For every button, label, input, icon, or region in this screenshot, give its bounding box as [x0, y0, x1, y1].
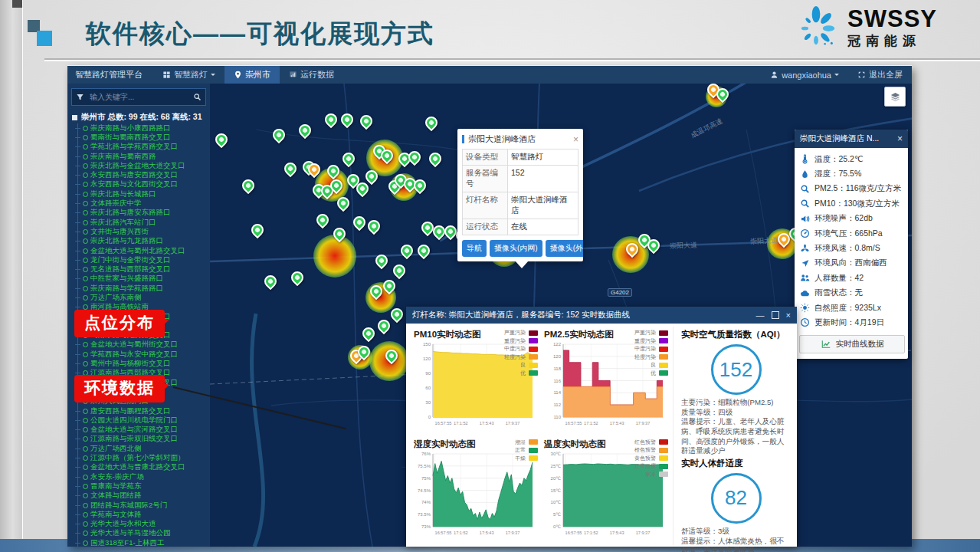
nav-item-lamps[interactable]: 智慧路灯: [153, 66, 225, 84]
tree-item[interactable]: 崇庆北路与九龙路路口: [75, 237, 210, 246]
map-layers-button[interactable]: [884, 87, 906, 107]
popup-accent-bar: [462, 135, 464, 143]
tree-item[interactable]: 崇庆北路与金盆地大道交叉口: [75, 161, 210, 170]
tree-item[interactable]: 龙门中街与金带街交叉口: [75, 255, 210, 264]
tree-item[interactable]: 光华大道与永和大道: [75, 519, 210, 528]
lamp-node-icon: [83, 409, 88, 414]
chevron-down-icon: [211, 74, 215, 78]
env-row: 温度：25.2℃: [800, 152, 903, 166]
svg-text:15℃: 15℃: [551, 488, 562, 492]
nav-item-run-data[interactable]: 运行数据: [280, 66, 343, 84]
road-badge: G4202: [608, 288, 632, 297]
user-menu[interactable]: wangxiaohua: [761, 71, 848, 80]
tree-item[interactable]: 蜀南街与蜀南西路交叉口: [75, 133, 210, 142]
wind-direction-icon: [800, 258, 810, 268]
tree-item[interactable]: 学苑北路与学苑西路交叉口: [75, 143, 210, 152]
callout-point-distribution: 点位分布: [74, 310, 165, 337]
realtime-curve-button[interactable]: 实时曲线数据: [799, 335, 905, 353]
chart-temperature: 温度实时动态图 红色预警橙色预警黄色预警正常温度寒冷 0℃5℃10℃15℃20℃…: [542, 436, 673, 546]
tree-item[interactable]: 学苑西路与永安中路交叉口: [75, 350, 210, 359]
tree-item[interactable]: 文体路崇庆中学: [75, 199, 210, 208]
tree-item[interactable]: 崇庆北路与长城路口: [75, 189, 210, 199]
tree-item[interactable]: 崇庆南路与小康西路路口: [75, 123, 210, 133]
close-icon[interactable]: ×: [786, 311, 791, 319]
tree-item[interactable]: 光华大道与羊马湿地公园: [75, 529, 210, 538]
lamp-node-icon: [83, 267, 88, 272]
svg-text:0℃: 0℃: [553, 524, 561, 529]
lamp-node-icon: [83, 201, 88, 206]
slide-left-strip: [0, 0, 23, 552]
svg-text:75.5%: 75.5%: [418, 463, 431, 468]
logo-brand: SWSSY: [847, 8, 937, 31]
aqi-grade: 质量等级：四级: [681, 408, 791, 418]
tree-item[interactable]: 金盆地大道与蜀州街交叉口: [75, 340, 210, 350]
tree-item[interactable]: 无名道路与西部路交叉口: [75, 264, 210, 274]
popup-button[interactable]: 导航: [462, 240, 487, 257]
tree-item[interactable]: 崇庆北路与唐安东路路口: [75, 209, 210, 218]
environment-panel-title: 崇阳大道涧峰酒店 N...: [800, 133, 879, 144]
svg-text:150: 150: [423, 342, 431, 347]
tree-item[interactable]: 江源中路（第七小学斜对面）: [75, 453, 210, 462]
legend-item: 正常温度: [634, 462, 668, 471]
lamp-node-icon: [83, 503, 88, 508]
svg-text:120: 120: [423, 356, 431, 361]
search-icon[interactable]: [193, 93, 202, 101]
minimize-icon[interactable]: —: [756, 311, 765, 319]
tree-item[interactable]: 晋康南与学苑东: [75, 481, 210, 491]
tree-item[interactable]: 永安东-崇庆广场: [75, 472, 210, 481]
env-row: 环境风速：0.8m/S: [800, 241, 903, 255]
tree-item[interactable]: 江源南路与崇双旧线交叉口: [75, 435, 210, 444]
magnifier-icon: [800, 184, 810, 194]
maximize-icon[interactable]: [772, 311, 779, 319]
popup-button[interactable]: 摄像头(外网): [546, 240, 583, 257]
lamp-node-icon: [83, 512, 88, 518]
tree-item[interactable]: 崇庆北路汽车站门口: [75, 218, 210, 227]
tree-item[interactable]: 永安西路与唐安西路交叉口: [75, 170, 210, 179]
search-input[interactable]: [88, 92, 189, 102]
tree-item[interactable]: 中胜世家与兴盛路路口: [75, 274, 210, 284]
popup-button[interactable]: 摄像头(内网): [490, 240, 542, 257]
tree-item[interactable]: 崇庆南路与蜀南西路: [75, 152, 210, 161]
tree-item[interactable]: 金盆地大道与晋康北路交叉口: [75, 463, 210, 472]
wind-icon: [800, 244, 810, 254]
tree-item[interactable]: 万达广场西北侧: [75, 444, 210, 453]
noise-icon: [800, 214, 810, 224]
slide-title: 软件核心——可视化展现方式: [86, 17, 434, 51]
tree-item[interactable]: 蜀州中路与杨柳街交叉口: [75, 359, 210, 368]
tree-item[interactable]: 团结路与东城国际2号门: [75, 501, 210, 510]
company-logo: SWSSY 冠南能源: [792, 5, 937, 52]
tree-item[interactable]: 学苑南与文体路: [75, 510, 210, 519]
tree-item[interactable]: 金盆地大道与蜀州北路交叉口: [75, 246, 210, 255]
aqi-gauge: 152: [711, 344, 762, 395]
tree-item[interactable]: 文井街与唐兴西街: [75, 227, 210, 236]
tree-item[interactable]: 唐安西路与鹏程路交叉口: [75, 406, 210, 416]
exit-fullscreen-button[interactable]: 退出全屏: [848, 69, 912, 80]
svg-text:73%: 73%: [421, 524, 431, 529]
svg-text:25℃: 25℃: [551, 463, 562, 468]
nav-item-city[interactable]: 崇州市: [225, 66, 280, 84]
chart-panel-title: 灯杆名称: 崇阳大道涧峰酒店，服务器编号: 152 实时数据曲线: [412, 310, 630, 320]
filter-icon[interactable]: [76, 93, 84, 101]
tree-item[interactable]: 公园大道四川机电学院门口: [75, 416, 210, 425]
tree-item[interactable]: 金盆地大道与滨河路交叉口: [75, 426, 210, 435]
tree-item[interactable]: 永安西路与文化西街交叉口: [75, 180, 210, 189]
tree-item[interactable]: 国道318至F1-上林西工: [75, 538, 210, 547]
legend-item: 正常: [515, 446, 538, 455]
svg-text:122: 122: [553, 342, 562, 347]
tree-item[interactable]: 崇庆南路与学苑路路口: [75, 284, 210, 293]
env-row: 环境气压：665hPa: [800, 226, 903, 241]
popup-buttons: 导航摄像头(内网)摄像头(外网): [457, 235, 583, 261]
droplet-icon: [800, 169, 810, 179]
close-icon[interactable]: ×: [897, 136, 903, 143]
expand-box-icon[interactable]: [72, 115, 77, 120]
app-brand: 智慧路灯管理平台: [67, 66, 153, 84]
legend-item: 良: [504, 361, 538, 370]
tree-item[interactable]: 文体路与团结路: [75, 491, 210, 501]
tree-root[interactable]: 崇州市 总数: 99 在线: 68 离线: 31: [67, 109, 210, 124]
close-icon[interactable]: ×: [573, 136, 578, 143]
tree-item[interactable]: 万达广场东南侧: [75, 293, 210, 302]
lamp-node-icon: [83, 210, 88, 215]
lamp-node-icon: [83, 475, 88, 480]
svg-text:17:1:52: 17:1:52: [584, 421, 598, 426]
popup-table: 设备类型智慧路灯服务器编号152灯杆名称崇阳大道涧峰酒店运行状态在线: [462, 149, 578, 235]
